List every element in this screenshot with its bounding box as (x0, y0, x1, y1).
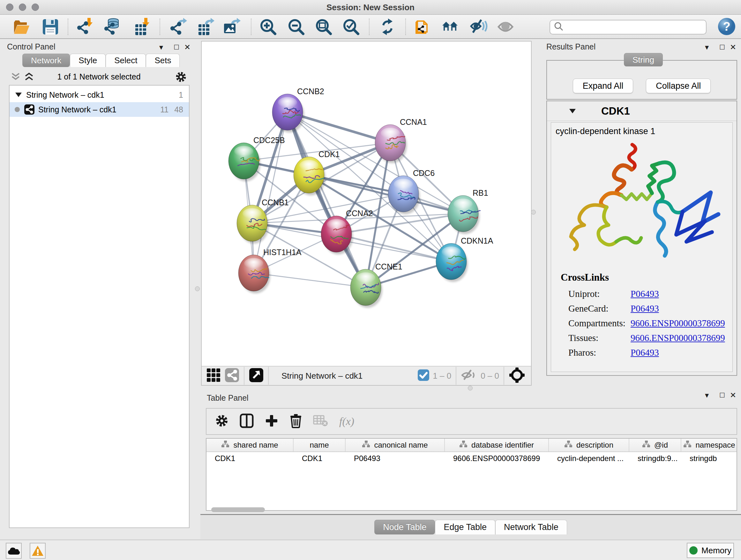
tab-select[interactable]: Select (106, 54, 146, 67)
edge-CCNB2-CCNE1[interactable] (287, 112, 366, 287)
control-panel-float-icon[interactable]: ☐ (172, 43, 181, 52)
tab-network-table[interactable]: Network Table (495, 520, 567, 535)
node-CDC25B[interactable]: CDC25B (228, 136, 285, 181)
tab-style[interactable]: Style (70, 54, 106, 67)
table-horizontal-scrollbar[interactable] (211, 507, 265, 512)
column-header-canonical-name[interactable]: canonical name (346, 439, 445, 451)
tab-edge-table[interactable]: Edge Table (435, 520, 495, 535)
expand-all-button[interactable]: Expand All (573, 78, 633, 93)
network-canvas[interactable]: CCNB2CCNA1CDC25BCDK1CDC6RB1CCNB1CCNA2CDK… (202, 42, 531, 366)
node-CCNA1[interactable]: CCNA1 (375, 118, 427, 163)
open-in-window-icon[interactable] (249, 368, 264, 384)
first-neighbors-icon[interactable] (442, 18, 460, 36)
protein-structure-image (552, 139, 731, 266)
memory-button[interactable]: Memory (687, 543, 734, 558)
selected-checkbox-icon[interactable] (417, 369, 429, 382)
zoom-window-button[interactable] (31, 3, 39, 11)
table-cell[interactable]: 9606.ENSP00000378699 (445, 452, 549, 465)
control-panel-close-icon[interactable]: ✕ (183, 43, 192, 52)
save-session-icon[interactable] (42, 18, 59, 36)
crosslink-link[interactable]: 9606.ENSP00000378699 (630, 318, 725, 328)
refresh-icon[interactable] (379, 18, 396, 36)
add-column-icon[interactable] (265, 414, 279, 429)
table-panel-float-icon[interactable]: ☐ (718, 391, 727, 400)
column-header-namespace[interactable]: namespace (681, 439, 737, 451)
edge-CCNA2-CDKN1A[interactable] (336, 234, 451, 261)
show-columns-icon[interactable] (240, 414, 254, 429)
bottom-splitter-grip[interactable] (468, 386, 473, 390)
gene-entry-header[interactable]: CDK1 (547, 101, 737, 121)
crosslink-link[interactable]: P06493 (630, 289, 659, 299)
export-network-icon[interactable] (170, 18, 188, 36)
zoom-selected-icon[interactable] (342, 18, 360, 36)
cloud-button[interactable] (6, 543, 22, 559)
table-cell[interactable]: cyclin-dependent ... (549, 452, 629, 465)
collapse-all-button[interactable]: Collapse All (646, 78, 711, 93)
column-header--id[interactable]: @id (629, 439, 681, 451)
node-RB1[interactable]: RB1 (448, 188, 488, 234)
network-row[interactable]: String Network – cdk1 11 48 (10, 102, 189, 117)
crosslink-link[interactable]: P06493 (630, 303, 659, 314)
tab-sets[interactable]: Sets (146, 54, 180, 67)
open-session-icon[interactable] (13, 18, 30, 36)
delete-column-trash-icon[interactable] (289, 414, 302, 429)
hidden-eye-slash-icon[interactable] (461, 369, 477, 383)
column-header-database-identifier[interactable]: database identifier (445, 439, 549, 451)
right-splitter-grip[interactable] (531, 210, 536, 214)
column-header-description[interactable]: description (549, 439, 629, 451)
tab-network[interactable]: Network (22, 54, 70, 67)
clone-network-icon[interactable] (413, 18, 431, 36)
help-icon[interactable]: ? (718, 17, 735, 35)
collection-options-gear-icon[interactable] (175, 71, 187, 84)
birds-eye-grid-icon[interactable] (206, 368, 221, 384)
minimize-window-button[interactable] (19, 3, 26, 11)
fit-selected-crosshair-icon[interactable] (509, 367, 525, 385)
node-HIST1H1A[interactable]: HIST1H1A (239, 248, 301, 294)
gene-disclosure-icon[interactable] (569, 109, 576, 113)
table-cell[interactable]: P06493 (346, 452, 445, 465)
table-cell[interactable]: CDK1 (293, 452, 346, 465)
results-panel-close-icon[interactable]: ✕ (728, 43, 738, 52)
import-database-icon[interactable] (104, 18, 122, 36)
node-CCNB2[interactable]: CCNB2 (272, 87, 324, 132)
network-node-count: 11 (160, 105, 169, 114)
control-panel-menu-icon[interactable]: ▾ (156, 43, 166, 52)
collection-disclosure-icon[interactable] (15, 92, 22, 97)
zoom-in-icon[interactable] (259, 18, 277, 36)
crosslink-link[interactable]: 9606.ENSP00000378699 (630, 333, 725, 343)
tab-string[interactable]: String (624, 53, 663, 66)
table-panel-menu-icon[interactable]: ▾ (702, 391, 712, 400)
node-label-RB1: RB1 (473, 188, 488, 197)
zoom-fit-icon[interactable] (315, 18, 333, 36)
table-cell[interactable]: stringdb:9... (629, 452, 681, 465)
edge-HIST1H1A-CCNE1[interactable] (254, 273, 366, 287)
network-share-gray-icon[interactable] (225, 368, 239, 384)
import-network-icon[interactable] (77, 18, 94, 36)
node-CDKN1A[interactable]: CDKN1A (436, 236, 493, 282)
table-row[interactable]: CDK1CDK1P064939606.ENSP00000378699cyclin… (206, 452, 737, 465)
warning-button[interactable] (30, 543, 46, 559)
table-options-gear-icon[interactable] (215, 414, 229, 429)
results-panel-menu-icon[interactable]: ▾ (702, 43, 712, 52)
left-splitter-grip[interactable] (195, 287, 200, 291)
close-window-button[interactable] (6, 3, 13, 11)
export-table-icon[interactable] (197, 18, 215, 36)
table-cell[interactable]: CDK1 (206, 452, 293, 465)
tab-node-table[interactable]: Node Table (374, 520, 435, 535)
show-all-icon[interactable] (497, 18, 515, 36)
search-input[interactable] (564, 23, 701, 32)
export-image-icon[interactable] (223, 18, 241, 36)
zoom-out-icon[interactable] (287, 18, 305, 36)
hide-selected-icon[interactable] (470, 18, 488, 36)
import-table-icon[interactable] (133, 18, 151, 36)
crosslink-link[interactable]: P06493 (630, 348, 659, 358)
results-panel-float-icon[interactable]: ☐ (718, 43, 727, 52)
table-panel: Table Panel ▾ ☐ ✕ f(x) shared namenameca… (200, 390, 741, 514)
column-header-shared-name[interactable]: shared name (206, 439, 293, 451)
column-header-name[interactable]: name (293, 439, 346, 451)
network-collection-row[interactable]: String Network – cdk1 1 (10, 87, 189, 102)
node-CDC6[interactable]: CDC6 (388, 169, 434, 214)
node-CCNB1[interactable]: CCNB1 (237, 198, 289, 244)
table-cell[interactable]: stringdb (681, 452, 737, 465)
table-panel-close-icon[interactable]: ✕ (728, 391, 738, 400)
